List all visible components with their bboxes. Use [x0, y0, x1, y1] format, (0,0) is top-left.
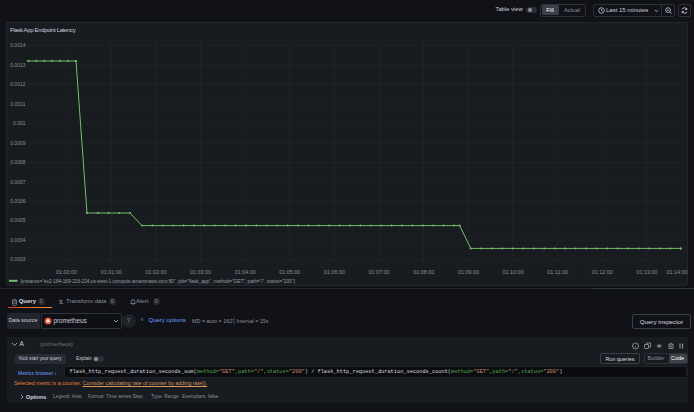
svg-text:0.0003: 0.0003	[10, 256, 26, 262]
svg-text:01:11:00: 01:11:00	[547, 269, 568, 275]
svg-text:{instance="ec2-184-169-216-224: {instance="ec2-184-169-216-224.us-west-1…	[21, 278, 296, 284]
svg-text:01:00:00: 01:00:00	[56, 269, 77, 275]
svg-text:01:09:00: 01:09:00	[458, 269, 479, 275]
svg-text:0.0014: 0.0014	[10, 42, 26, 48]
svg-text:0.001: 0.001	[13, 120, 26, 126]
svg-text:01:02:00: 01:02:00	[145, 269, 166, 275]
svg-text:0.0005: 0.0005	[10, 217, 26, 223]
svg-text:01:01:00: 01:01:00	[101, 269, 122, 275]
svg-text:0.0011: 0.0011	[11, 101, 26, 107]
svg-text:01:13:00: 01:13:00	[636, 269, 657, 275]
svg-text:0.0008: 0.0008	[10, 159, 26, 165]
svg-text:01:14:00: 01:14:00	[666, 269, 687, 275]
svg-text:01:04:00: 01:04:00	[235, 269, 256, 275]
svg-text:0.0006: 0.0006	[10, 198, 26, 204]
svg-text:0.0004: 0.0004	[10, 237, 26, 243]
svg-text:01:10:00: 01:10:00	[503, 269, 524, 275]
svg-text:0.0012: 0.0012	[10, 81, 26, 87]
svg-text:01:03:00: 01:03:00	[190, 269, 211, 275]
svg-text:0.0013: 0.0013	[10, 62, 26, 68]
svg-text:0.0009: 0.0009	[10, 140, 26, 146]
svg-text:01:07:00: 01:07:00	[369, 269, 390, 275]
svg-text:01:06:00: 01:06:00	[324, 269, 345, 275]
svg-text:01:05:00: 01:05:00	[279, 269, 300, 275]
svg-text:01:12:00: 01:12:00	[592, 269, 613, 275]
svg-text:0.0007: 0.0007	[10, 179, 26, 185]
svg-text:01:08:00: 01:08:00	[413, 269, 434, 275]
